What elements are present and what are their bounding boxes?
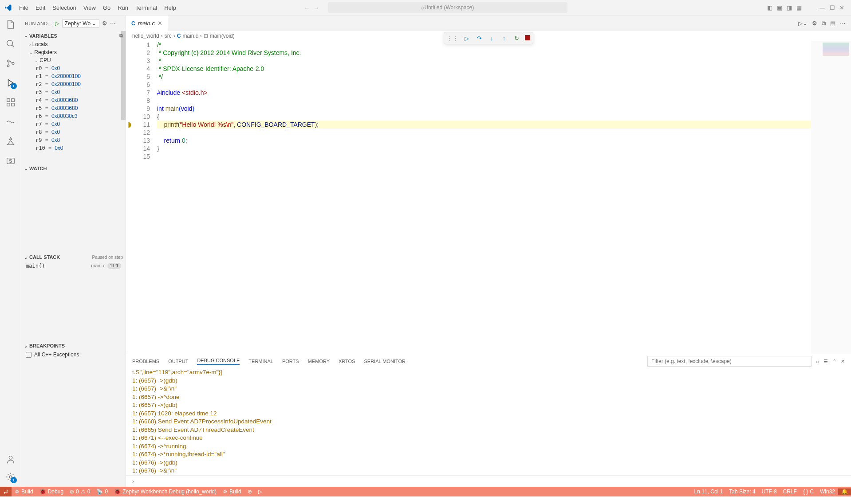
menu-help[interactable]: Help bbox=[161, 4, 180, 11]
menu-view[interactable]: View bbox=[80, 4, 99, 11]
split-icon[interactable]: ⧉ bbox=[822, 20, 826, 27]
run-icon[interactable]: ▷⌄ bbox=[798, 20, 808, 27]
tab-memory[interactable]: MEMORY bbox=[308, 359, 330, 364]
status-lang[interactable]: { } C bbox=[800, 488, 817, 495]
line-number[interactable]: 12 bbox=[133, 129, 150, 137]
status-encoding[interactable]: UTF-8 bbox=[759, 488, 780, 495]
code-line[interactable]: #include <stdio.h> bbox=[157, 89, 851, 97]
register-row[interactable]: r9 = 0x8 bbox=[21, 136, 126, 144]
expand-icon[interactable]: ⌃ bbox=[832, 359, 836, 364]
gear-icon[interactable]: ⚙ bbox=[102, 20, 107, 27]
close-panel-icon[interactable]: ✕ bbox=[841, 359, 845, 364]
s-icon[interactable]: S bbox=[5, 156, 16, 166]
tab-main-c[interactable]: C main.c ✕ bbox=[126, 16, 168, 31]
close-tab-icon[interactable]: ✕ bbox=[158, 20, 162, 27]
status-target[interactable]: 🐞 Zephyr Workbench Debug (hello_world) bbox=[111, 487, 220, 496]
code-line[interactable]: printf("Hello World! %s\n", CONFIG_BOARD… bbox=[157, 121, 811, 129]
breakpoint-gutter[interactable]: ◗ bbox=[126, 121, 133, 129]
minimize-icon[interactable]: — bbox=[819, 4, 825, 11]
status-radio[interactable]: 📡 0 bbox=[93, 487, 111, 496]
search-icon[interactable] bbox=[5, 39, 16, 49]
code-line[interactable]: * bbox=[157, 57, 851, 65]
section-watch[interactable]: ⌄WATCH bbox=[21, 164, 126, 173]
line-number[interactable]: 9 bbox=[133, 105, 150, 113]
breakpoint-gutter[interactable] bbox=[126, 152, 133, 160]
scrollbar-thumb[interactable] bbox=[121, 31, 126, 120]
menu-go[interactable]: Go bbox=[99, 4, 114, 11]
register-row[interactable]: r10 = 0x0 bbox=[21, 144, 126, 152]
breakpoint-gutter[interactable] bbox=[126, 137, 133, 145]
debug-console-input[interactable]: › bbox=[126, 475, 851, 487]
step-out-button[interactable]: ↑ bbox=[500, 35, 508, 42]
line-number[interactable]: 2 bbox=[133, 49, 150, 57]
search-icon[interactable]: ⌕ bbox=[816, 359, 819, 364]
more-icon[interactable]: ⋯ bbox=[110, 20, 116, 27]
tab-ports[interactable]: PORTS bbox=[282, 359, 299, 364]
breakpoint-gutter[interactable] bbox=[126, 89, 133, 97]
filter-input[interactable] bbox=[647, 356, 812, 367]
tab-debug-console[interactable]: DEBUG CONSOLE bbox=[197, 358, 240, 365]
register-row[interactable]: r6 = 0x80030c3 bbox=[21, 112, 126, 120]
line-number[interactable]: 8 bbox=[133, 97, 150, 105]
breakpoint-gutter[interactable] bbox=[126, 49, 133, 57]
minimap[interactable] bbox=[811, 41, 851, 354]
layout-icon[interactable]: ▣ bbox=[777, 4, 782, 11]
line-number[interactable]: 1 bbox=[133, 41, 150, 49]
extensions-icon[interactable] bbox=[5, 97, 16, 108]
tree-locals[interactable]: › Locals bbox=[29, 40, 126, 48]
line-number[interactable]: 10 bbox=[133, 113, 150, 121]
code-line[interactable] bbox=[157, 129, 851, 137]
command-center[interactable]: ⌕ Untitled (Workspace) bbox=[328, 2, 567, 13]
zephyr-icon[interactable] bbox=[5, 117, 16, 127]
code-line[interactable] bbox=[157, 81, 851, 89]
launch-config-dropdown[interactable]: Zephyr Wo ⌄ bbox=[62, 19, 99, 28]
layout-icon[interactable]: ▦ bbox=[796, 4, 802, 11]
explorer-icon[interactable] bbox=[5, 19, 16, 30]
account-icon[interactable] bbox=[5, 454, 16, 465]
tab-terminal[interactable]: TERMINAL bbox=[248, 359, 273, 364]
tab-output[interactable]: OUTPUT bbox=[168, 359, 188, 364]
breakpoint-gutter[interactable] bbox=[126, 81, 133, 89]
nav-back-icon[interactable]: ← bbox=[304, 4, 310, 11]
menu-selection[interactable]: Selection bbox=[49, 4, 79, 11]
register-row[interactable]: r7 = 0x0 bbox=[21, 120, 126, 128]
tree-registers[interactable]: ⌄ Registers bbox=[29, 48, 126, 56]
layout-icon[interactable]: ◧ bbox=[767, 4, 772, 11]
stop-button[interactable] bbox=[525, 35, 530, 42]
code-line[interactable]: return 0; bbox=[157, 137, 851, 145]
tree-cpu[interactable]: ⌄ CPU bbox=[29, 56, 126, 64]
menu-run[interactable]: Run bbox=[114, 4, 132, 11]
tab-xrtos[interactable]: XRTOS bbox=[339, 359, 355, 364]
clear-icon[interactable]: ☰ bbox=[823, 359, 828, 364]
status-cursor[interactable]: Ln 11, Col 1 bbox=[691, 488, 726, 495]
menu-file[interactable]: File bbox=[16, 4, 32, 11]
code-line[interactable]: int main(void) bbox=[157, 105, 851, 113]
status-run-icon[interactable]: ▷ bbox=[255, 487, 265, 496]
breakpoint-gutter[interactable] bbox=[126, 113, 133, 121]
register-row[interactable]: r1 = 0x20000100 bbox=[21, 72, 126, 80]
step-into-button[interactable]: ↓ bbox=[488, 35, 496, 42]
line-number[interactable]: 7 bbox=[133, 89, 150, 97]
code-editor[interactable]: ◗ 123456789101112131415 /* * Copyright (… bbox=[126, 41, 851, 354]
breakpoint-gutter[interactable] bbox=[126, 73, 133, 81]
line-number[interactable]: 14 bbox=[133, 145, 150, 152]
status-tabsize[interactable]: Tab Size: 4 bbox=[726, 488, 758, 495]
checkbox[interactable] bbox=[26, 352, 32, 358]
line-number[interactable]: 5 bbox=[133, 73, 150, 81]
code-line[interactable]: */ bbox=[157, 73, 851, 81]
section-breakpoints[interactable]: ⌄BREAKPOINTS bbox=[21, 341, 126, 350]
line-number[interactable]: 6 bbox=[133, 81, 150, 89]
register-row[interactable]: r5 = 0x8003680 bbox=[21, 104, 126, 112]
callstack-frame[interactable]: main()main.c11:1 bbox=[21, 262, 126, 270]
register-row[interactable]: r4 = 0x8003680 bbox=[21, 96, 126, 104]
restart-button[interactable]: ↻ bbox=[512, 35, 520, 42]
tab-problems[interactable]: PROBLEMS bbox=[132, 359, 159, 364]
status-os[interactable]: Win32 bbox=[817, 488, 838, 495]
status-target-icon[interactable]: ⊕ bbox=[244, 487, 255, 496]
section-callstack[interactable]: ⌄CALL STACKPaused on step bbox=[21, 253, 126, 262]
breakpoint-gutter[interactable] bbox=[126, 57, 133, 65]
code-line[interactable] bbox=[157, 97, 851, 105]
code-line[interactable]: } bbox=[157, 145, 851, 152]
register-row[interactable]: r2 = 0x20000100 bbox=[21, 80, 126, 88]
line-number[interactable]: 13 bbox=[133, 137, 150, 145]
